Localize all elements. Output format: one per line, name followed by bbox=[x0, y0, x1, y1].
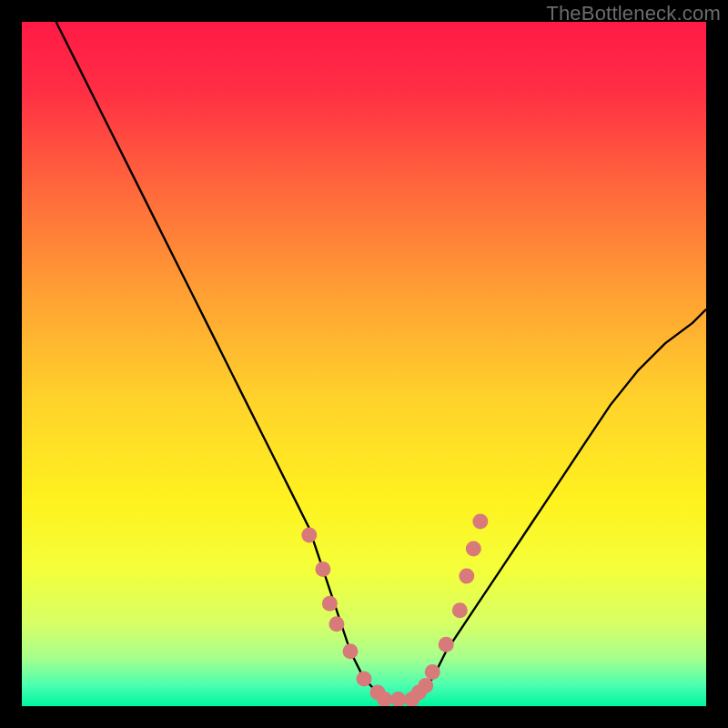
data-marker bbox=[439, 637, 454, 652]
data-marker bbox=[452, 602, 468, 618]
data-marker bbox=[301, 528, 317, 543]
data-marker bbox=[418, 678, 433, 693]
data-marker bbox=[315, 561, 330, 577]
data-marker bbox=[357, 671, 372, 686]
data-marker bbox=[459, 569, 474, 584]
data-marker bbox=[472, 514, 488, 530]
chart-svg bbox=[22, 22, 706, 706]
chart-frame bbox=[22, 22, 706, 706]
data-marker bbox=[343, 643, 359, 659]
data-marker bbox=[322, 596, 338, 612]
watermark-text: TheBottleneck.com bbox=[546, 2, 721, 25]
data-marker bbox=[425, 664, 440, 680]
data-marker bbox=[466, 541, 481, 557]
chart-background bbox=[22, 22, 706, 706]
data-marker bbox=[329, 616, 344, 632]
